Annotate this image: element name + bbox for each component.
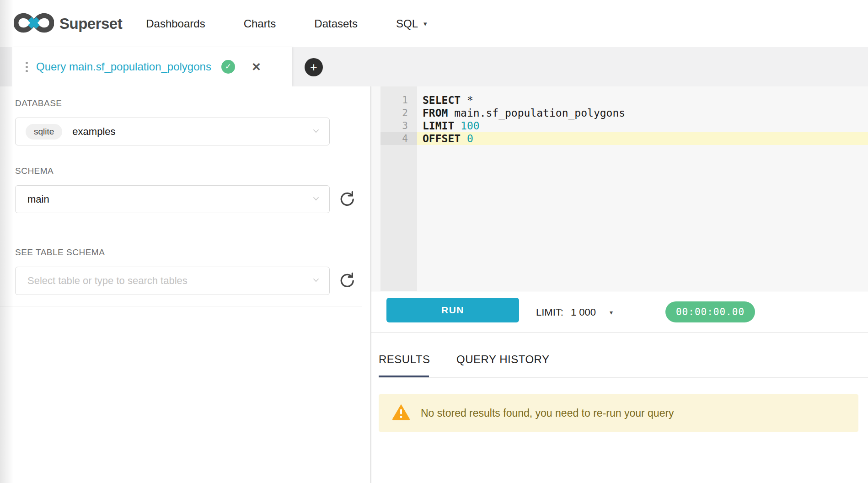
main-nav: Dashboards Charts Datasets SQL ▾ bbox=[146, 17, 427, 30]
limit-value: 1 000 bbox=[571, 306, 596, 318]
superset-logo-icon bbox=[14, 11, 54, 36]
tab-results[interactable]: RESULTS bbox=[379, 353, 430, 366]
sidebar-divider bbox=[0, 306, 362, 306]
brand-name: Superset bbox=[59, 15, 122, 32]
schema-select[interactable]: main bbox=[15, 185, 330, 213]
warning-message: No stored results found, you need to re-… bbox=[421, 407, 674, 419]
plus-icon: + bbox=[310, 60, 317, 74]
table-schema-label: SEE TABLE SCHEMA bbox=[15, 247, 105, 258]
refresh-schema-button[interactable] bbox=[337, 190, 356, 209]
limit-dropdown[interactable]: LIMIT: 1 000 ▾ bbox=[536, 291, 613, 333]
database-label: DATABASE bbox=[15, 98, 62, 108]
tab-query[interactable]: Query main.sf_population_polygons ✓ ✕ bbox=[12, 47, 292, 86]
chevron-down-icon: ▾ bbox=[610, 309, 613, 316]
sql-lab-sidebar: DATABASE sqlite examples SCHEMA main SEE… bbox=[0, 86, 370, 483]
top-nav: Superset Dashboards Charts Datasets SQL … bbox=[0, 0, 868, 47]
results-panel: RESULTS QUERY HISTORY No stored results … bbox=[371, 333, 868, 483]
database-select[interactable]: sqlite examples bbox=[15, 118, 330, 145]
db-engine-badge: sqlite bbox=[26, 124, 62, 140]
editor-toolbar: RUN LIMIT: 1 000 ▾ 00:00:00.00 bbox=[371, 291, 868, 333]
code-line-active: 4 OFFSET 0 bbox=[380, 132, 868, 145]
refresh-icon bbox=[338, 284, 355, 290]
nav-sql-menu[interactable]: SQL ▾ bbox=[396, 17, 427, 30]
line-number: 4 bbox=[380, 132, 417, 145]
schema-label: SCHEMA bbox=[15, 166, 54, 176]
sql-editor[interactable]: 1 SELECT * 2 FROM main.sf_population_pol… bbox=[371, 86, 868, 291]
no-results-warning: No stored results found, you need to re-… bbox=[379, 394, 858, 432]
table-select-placeholder: Select table or type to search tables bbox=[27, 275, 188, 287]
table-select[interactable]: Select table or type to search tables bbox=[15, 267, 330, 295]
nav-sql-label: SQL bbox=[396, 17, 418, 30]
chevron-down-icon bbox=[311, 126, 321, 138]
success-check-icon: ✓ bbox=[221, 60, 235, 74]
nav-datasets[interactable]: Datasets bbox=[314, 17, 358, 30]
nav-charts[interactable]: Charts bbox=[244, 17, 276, 30]
line-number: 2 bbox=[380, 107, 417, 119]
line-number: 3 bbox=[380, 119, 417, 132]
line-number: 1 bbox=[380, 94, 417, 107]
warning-icon bbox=[391, 402, 411, 424]
run-button[interactable]: RUN bbox=[386, 298, 519, 322]
code-line: 1 SELECT * bbox=[380, 94, 868, 107]
brand[interactable]: Superset bbox=[14, 11, 122, 36]
close-icon[interactable]: ✕ bbox=[252, 60, 261, 74]
tab-title: Query main.sf_population_polygons bbox=[36, 60, 211, 73]
drag-handle-icon[interactable] bbox=[26, 62, 28, 72]
query-timer-badge: 00:00:00.00 bbox=[665, 301, 755, 322]
chevron-down-icon bbox=[311, 275, 321, 287]
chevron-down-icon bbox=[311, 193, 321, 205]
chevron-down-icon: ▾ bbox=[423, 20, 427, 28]
tab-query-history[interactable]: QUERY HISTORY bbox=[456, 353, 549, 366]
query-tab-bar: Query main.sf_population_polygons ✓ ✕ + bbox=[0, 47, 868, 86]
code-line: 3 LIMIT 100 bbox=[380, 119, 868, 132]
refresh-tables-button[interactable] bbox=[337, 271, 356, 290]
schema-value: main bbox=[27, 193, 49, 205]
add-tab-button[interactable]: + bbox=[305, 58, 323, 76]
database-value: examples bbox=[72, 126, 115, 138]
limit-label: LIMIT: bbox=[536, 306, 563, 318]
code-line: 2 FROM main.sf_population_polygons bbox=[380, 107, 868, 119]
nav-dashboards[interactable]: Dashboards bbox=[146, 17, 205, 30]
refresh-icon bbox=[338, 202, 355, 209]
tabs-divider bbox=[379, 377, 868, 378]
